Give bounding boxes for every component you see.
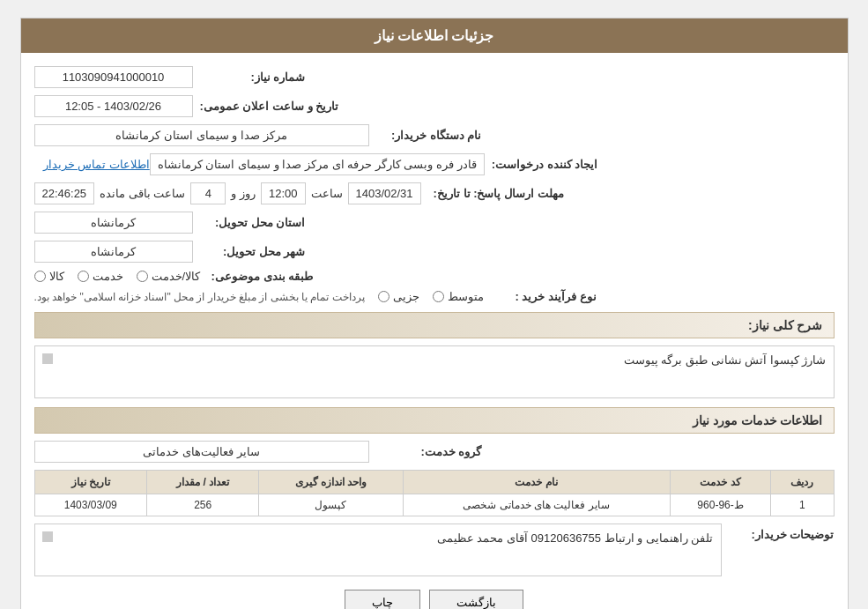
category-option-service: خدمت (78, 270, 123, 283)
category-option-goods-service-label: کالا/خدمت (152, 270, 201, 283)
announcement-date-row: تاریخ و ساعت اعلان عمومی: 1403/02/26 - 1… (34, 95, 835, 117)
order-number-row: شماره نیاز: 1103090941000010 (34, 66, 835, 88)
cell-service-name: سایر فعالیت های خدماتی شخصی (403, 494, 670, 516)
buyer-notes-value: تلفن راهنمایی و ارتباط 09120636755 آقای … (34, 524, 722, 576)
deadline-date: 1403/02/31 (348, 182, 421, 204)
process-note: پرداخت تمام یا بخشی از مبلغ خریدار از مح… (34, 291, 365, 303)
category-row: طبقه بندی موضوعی: کالا/خدمت خدمت کالا (34, 270, 835, 283)
col-row: ردیف (771, 471, 834, 494)
category-option-service-label: خدمت (93, 270, 123, 283)
category-option-goods: کالا (34, 270, 64, 283)
description-area: شارژ کپسوا آتش نشانی طبق برگه پیوست (34, 345, 835, 398)
order-number-label: شماره نیاز: (200, 71, 306, 84)
deadline-days: 4 (190, 182, 226, 204)
agency-name-value: مرکز صدا و سیمای استان کرمانشاه (34, 124, 369, 146)
table-row: 1 ط-96-960 سایر فعالیت های خدماتی شخصی ک… (34, 494, 834, 516)
process-option-medium: متوسط (433, 290, 484, 303)
services-section-header: اطلاعات خدمات مورد نیاز (34, 407, 835, 434)
city-value: کرمانشاه (34, 241, 193, 263)
creator-row: ایجاد کننده درخواست: قادر فره وبسی کارگر… (34, 153, 835, 175)
print-button[interactable]: چاپ (345, 590, 420, 609)
deadline-label: مهلت ارسال پاسخ: تا تاریخ: (434, 187, 564, 200)
province-value: کرمانشاه (34, 212, 193, 234)
col-quantity: تعداد / مقدار (147, 471, 259, 494)
category-label: طبقه بندی موضوعی: (207, 270, 313, 283)
resize-handle[interactable] (42, 353, 53, 364)
category-option-goods-label: کالا (49, 270, 64, 283)
col-date: تاریخ نیاز (34, 471, 147, 494)
col-unit: واحد اندازه گیری (259, 471, 403, 494)
service-group-value: سایر فعالیت‌های خدماتی (34, 441, 369, 463)
deadline-remaining: 22:46:25 (34, 182, 95, 204)
category-radio-goods[interactable] (34, 271, 46, 282)
buyer-notes-row: توضیحات خریدار: تلفن راهنمایی و ارتباط 0… (34, 524, 835, 576)
buyer-notes-resize-handle[interactable] (42, 531, 53, 542)
cell-row: 1 (771, 494, 834, 516)
contact-link[interactable]: اطلاعات تماس خریدار (43, 158, 150, 171)
content-area: شماره نیاز: 1103090941000010 تاریخ و ساع… (21, 53, 848, 609)
cell-unit: کپسول (259, 494, 403, 516)
process-group: متوسط جزیی پرداخت تمام یا بخشی از مبلغ خ… (34, 290, 484, 303)
cell-date: 1403/03/09 (34, 494, 147, 516)
process-option-partial: جزیی (378, 290, 419, 303)
process-row: نوع فرآیند خرید : متوسط جزیی پرداخت تمام… (34, 290, 835, 303)
cell-service-code: ط-96-960 (670, 494, 771, 516)
creator-value: قادر فره وبسی کارگر حرفه ای مرکز صدا و س… (150, 153, 485, 175)
description-value: شارژ کپسوا آتش نشانی طبق برگه پیوست (34, 345, 835, 398)
buyer-notes-area: تلفن راهنمایی و ارتباط 09120636755 آقای … (34, 524, 722, 576)
main-container: جزئیات اطلاعات نیاز شماره نیاز: 11030909… (20, 18, 849, 609)
agency-name-label: نام دستگاه خریدار: (376, 129, 482, 142)
button-row: بازگشت چاپ (34, 590, 835, 609)
process-radio-partial[interactable] (378, 291, 389, 302)
deadline-time-label: ساعت (311, 187, 343, 200)
city-row: شهر محل تحویل: کرمانشاه (34, 241, 835, 263)
deadline-row: مهلت ارسال پاسخ: تا تاریخ: 1403/02/31 سا… (34, 182, 835, 204)
province-row: استان محل تحویل: کرمانشاه (34, 212, 835, 234)
col-service-code: کد خدمت (670, 471, 771, 494)
process-radio-medium[interactable] (433, 291, 444, 302)
deadline-day-label: روز و (231, 187, 256, 200)
description-label: شرح کلی نیاز: (748, 318, 822, 332)
cell-quantity: 256 (147, 494, 259, 516)
category-radio-goods-service[interactable] (137, 271, 148, 282)
category-radio-service[interactable] (78, 271, 89, 282)
announcement-date-value: 1403/02/26 - 12:05 (34, 95, 193, 117)
deadline-time: 12:00 (261, 182, 306, 204)
creator-label: ایجاد کننده درخواست: (492, 158, 598, 171)
services-table: ردیف کد خدمت نام خدمت واحد اندازه گیری ت… (34, 470, 835, 516)
agency-name-row: نام دستگاه خریدار: مرکز صدا و سیمای استا… (34, 124, 835, 146)
city-label: شهر محل تحویل: (200, 245, 306, 258)
announcement-date-label: تاریخ و ساعت اعلان عمومی: (200, 100, 339, 113)
service-group-row: گروه خدمت: سایر فعالیت‌های خدماتی (34, 441, 835, 463)
category-option-goods-service: کالا/خدمت (137, 270, 201, 283)
process-option-partial-label: جزیی (393, 290, 419, 303)
process-label: نوع فرآیند خرید : (491, 290, 597, 303)
order-number-value: 1103090941000010 (34, 66, 193, 88)
back-button[interactable]: بازگشت (429, 590, 523, 609)
buyer-notes-label: توضیحات خریدار: (729, 524, 835, 541)
deadline-remaining-label: ساعت باقی مانده (100, 187, 185, 200)
page-header: جزئیات اطلاعات نیاز (21, 19, 848, 53)
description-section-header: شرح کلی نیاز: (34, 312, 835, 338)
col-service-name: نام خدمت (403, 471, 670, 494)
province-label: استان محل تحویل: (200, 216, 306, 229)
category-radio-group: کالا/خدمت خدمت کالا (34, 270, 201, 283)
page-title: جزئیات اطلاعات نیاز (375, 28, 494, 43)
process-option-medium-label: متوسط (448, 290, 484, 303)
service-group-label: گروه خدمت: (376, 445, 482, 458)
services-section-label: اطلاعات خدمات مورد نیاز (693, 413, 823, 427)
